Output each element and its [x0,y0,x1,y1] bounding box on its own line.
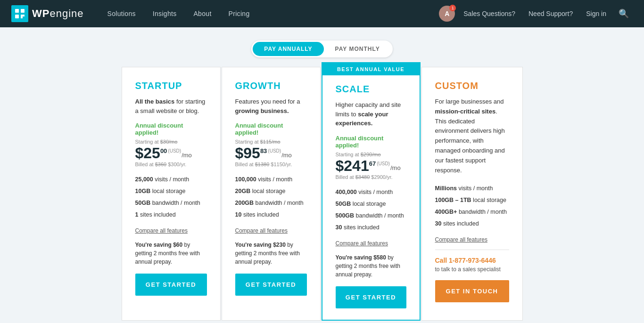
pricing-section: STARTUP All the basics for starting a sm… [0,67,644,323]
growth-features-list: 100,000 visits / month 20GB local storag… [235,174,307,221]
logo[interactable]: WPengine [11,5,84,22]
startup-plan-desc: All the basics for starting a small webs… [135,97,207,115]
startup-plan-name: STARTUP [135,81,207,91]
svg-rect-0 [15,9,19,13]
growth-billed-at: Billed at $1380 $1150/yr. [235,162,307,167]
startup-compare-link[interactable]: Compare all features [135,227,207,234]
nav-solutions[interactable]: Solutions [99,0,144,27]
logo-icon [11,5,28,22]
startup-price-mo: /mo [182,152,192,159]
startup-savings-text: You're saving $60 by getting 2 months fr… [135,241,207,266]
growth-price-dollar: $95 [235,145,260,161]
startup-price-row: $25 00 (USD) /mo [135,145,207,161]
startup-features-list: 25,000 visits / month 10GB local storage… [135,174,207,221]
billing-toggle: PAY ANNUALLY PAY MONTHLY [251,40,392,57]
pay-monthly-button[interactable]: PAY MONTHLY [324,42,391,56]
featured-badge: BEST ANNUAL VALUE [322,63,420,75]
scale-plan-card: BEST ANNUAL VALUE SCALE Higher capacity … [322,62,421,321]
svg-rect-2 [15,15,19,18]
startup-starting-at: Starting at $30/mo [135,139,207,145]
startup-price-dollar: $25 [135,145,160,161]
scale-starting-at: Starting at $290/mo [336,152,406,157]
nav-insights[interactable]: Insights [144,0,185,27]
scale-savings-text: You're saving $580 by getting 2 months f… [336,253,406,279]
scale-price-usd: (USD) [377,161,390,166]
growth-compare-link[interactable]: Compare all features [235,227,307,234]
scale-billed-at: Billed at $3480 $2900/yr. [336,174,406,180]
growth-price-cents: 83 [260,147,267,154]
custom-plan-card: CUSTOM For large businesses and mission-… [421,67,523,321]
nav-pricing[interactable]: Pricing [220,0,258,27]
custom-features-list: Millions visits / month 100GB – 1TB loca… [435,183,509,230]
growth-plan-card: GROWTH Features you need for a growing b… [222,67,321,321]
avatar-wrapper[interactable]: A 1 [439,6,455,22]
svg-rect-4 [23,15,25,16]
scale-compare-link[interactable]: Compare all features [336,240,406,247]
sign-in-link[interactable]: Sign in [581,10,611,17]
startup-plan-card: STARTUP All the basics for starting a sm… [122,67,221,321]
custom-cta-button[interactable]: GET IN TOUCH [435,280,509,302]
nav-about[interactable]: About [185,0,220,27]
billing-toggle-section: PAY ANNUALLY PAY MONTHLY [0,27,644,67]
growth-plan-name: GROWTH [235,81,307,91]
startup-cta-button[interactable]: GET STARTED [135,274,207,296]
notification-badge: 1 [449,5,456,11]
custom-plan-name: CUSTOM [435,81,509,91]
custom-divider [435,250,509,250]
pay-annually-button[interactable]: PAY ANNUALLY [253,42,323,56]
nav-right: A 1 Sales Questions? Need Support? Sign … [439,6,633,22]
custom-plan-desc: For large businesses and mission-critica… [435,97,509,175]
growth-price-mo: /mo [281,152,292,159]
scale-price-cents: 67 [369,160,376,167]
growth-starting-at: Starting at $115/mo [235,139,307,145]
scale-discount-badge: Annual discount applied! [336,135,406,149]
growth-price-usd: (USD) [268,148,281,153]
growth-savings-text: You're saving $230 by getting 2 months f… [235,241,307,266]
svg-rect-1 [21,9,25,13]
custom-call-link[interactable]: Call 1-877-973-6446 [435,257,509,264]
sales-questions-link[interactable]: Sales Questions? [459,10,520,17]
scale-price-mo: /mo [390,164,401,171]
navbar: WPengine Solutions Insights About Pricin… [0,0,644,27]
startup-billed-at: Billed at $360 $300/yr. [135,162,207,167]
startup-price-usd: (USD) [168,148,181,153]
need-support-link[interactable]: Need Support? [524,10,578,17]
scale-plan-name: SCALE [336,84,406,95]
startup-price-cents: 00 [160,147,167,154]
scale-features-list: 400,000 visits / month 50GB local storag… [336,186,406,234]
scale-cta-button[interactable]: GET STARTED [336,286,406,308]
scale-price-row: $241 67 (USD) /mo [336,158,406,173]
logo-text: WPengine [32,8,84,20]
growth-price-row: $95 83 (USD) /mo [235,145,307,161]
startup-discount-badge: Annual discount applied! [135,122,207,136]
custom-call-sub: to talk to a sales specialist [435,266,509,273]
svg-rect-5 [21,16,23,18]
scale-price-dollar: $241 [336,158,369,173]
svg-rect-3 [21,15,23,16]
scale-plan-desc: Higher capacity and site limits to scale… [336,100,406,128]
custom-compare-link[interactable]: Compare all features [435,236,509,243]
nav-links: Solutions Insights About Pricing [99,0,439,27]
search-icon[interactable]: 🔍 [615,8,633,19]
growth-discount-badge: Annual discount applied! [235,122,307,136]
growth-cta-button[interactable]: GET STARTED [235,274,307,296]
growth-plan-desc: Features you need for a growing business… [235,97,307,115]
